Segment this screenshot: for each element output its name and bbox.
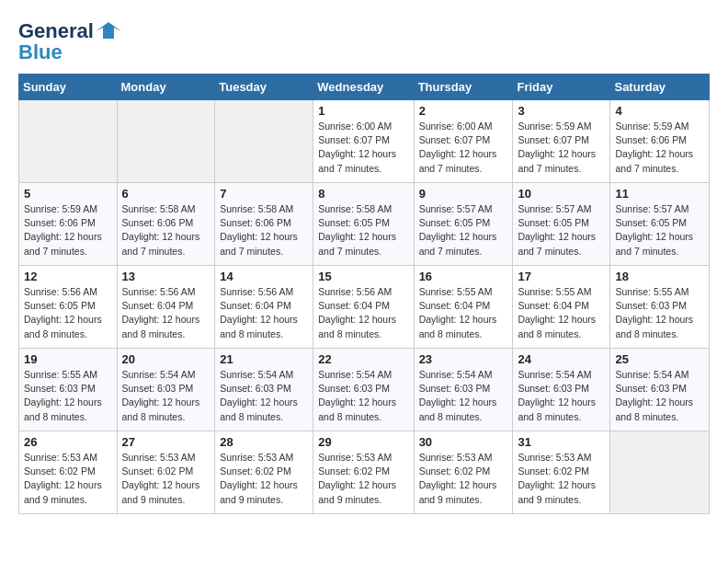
day-info: Sunrise: 5:57 AM Sunset: 6:05 PM Dayligh… [615,202,704,259]
day-info: Sunrise: 5:58 AM Sunset: 6:06 PM Dayligh… [220,202,308,259]
day-number: 24 [518,352,605,366]
day-number: 4 [615,104,704,118]
day-number: 9 [419,187,508,201]
day-number: 30 [419,435,508,449]
day-number: 11 [615,187,704,201]
weekday-header-row: SundayMondayTuesdayWednesdayThursdayFrid… [19,75,710,100]
logo-blue: Blue [18,40,63,64]
calendar-cell: 31Sunrise: 5:53 AM Sunset: 6:02 PM Dayli… [513,431,610,514]
day-number: 12 [24,270,112,283]
day-info: Sunrise: 5:54 AM Sunset: 6:03 PM Dayligh… [518,368,605,424]
day-number: 5 [24,187,112,201]
day-info: Sunrise: 5:56 AM Sunset: 6:04 PM Dayligh… [220,285,308,341]
day-info: Sunrise: 5:58 AM Sunset: 6:06 PM Dayligh… [122,202,210,259]
calendar-cell: 13Sunrise: 5:56 AM Sunset: 6:04 PM Dayli… [117,266,215,349]
page-header: General Blue [18,18,710,64]
weekday-monday: Monday [117,75,215,100]
day-number: 19 [24,352,112,366]
calendar-cell: 30Sunrise: 5:53 AM Sunset: 6:02 PM Dayli… [414,431,513,514]
calendar-cell [19,100,118,183]
calendar-cell: 12Sunrise: 5:56 AM Sunset: 6:05 PM Dayli… [19,266,118,349]
day-info: Sunrise: 5:54 AM Sunset: 6:03 PM Dayligh… [318,368,408,424]
calendar-cell: 4Sunrise: 5:59 AM Sunset: 6:06 PM Daylig… [610,100,710,183]
calendar-cell: 5Sunrise: 5:59 AM Sunset: 6:06 PM Daylig… [19,183,118,266]
day-number: 16 [419,270,508,283]
day-info: Sunrise: 6:00 AM Sunset: 6:07 PM Dayligh… [419,120,508,176]
day-number: 13 [122,270,210,283]
calendar-cell: 15Sunrise: 5:56 AM Sunset: 6:04 PM Dayli… [313,266,414,349]
day-number: 18 [615,270,704,283]
calendar-cell: 9Sunrise: 5:57 AM Sunset: 6:05 PM Daylig… [414,183,513,266]
weekday-friday: Friday [513,75,610,100]
calendar-week-1: 1Sunrise: 6:00 AM Sunset: 6:07 PM Daylig… [19,100,710,183]
day-info: Sunrise: 5:59 AM Sunset: 6:06 PM Dayligh… [615,120,704,176]
weekday-thursday: Thursday [414,75,513,100]
day-info: Sunrise: 5:56 AM Sunset: 6:05 PM Dayligh… [24,285,112,341]
day-number: 1 [318,104,408,118]
day-number: 26 [24,435,112,449]
day-number: 6 [122,187,210,201]
calendar-cell: 21Sunrise: 5:54 AM Sunset: 6:03 PM Dayli… [215,349,313,431]
day-info: Sunrise: 5:53 AM Sunset: 6:02 PM Dayligh… [220,451,308,507]
day-info: Sunrise: 5:56 AM Sunset: 6:04 PM Dayligh… [318,285,408,341]
weekday-tuesday: Tuesday [215,75,313,100]
calendar-cell: 11Sunrise: 5:57 AM Sunset: 6:05 PM Dayli… [610,183,710,266]
day-info: Sunrise: 5:59 AM Sunset: 6:06 PM Dayligh… [24,202,112,259]
calendar-week-4: 19Sunrise: 5:55 AM Sunset: 6:03 PM Dayli… [19,349,710,431]
calendar-cell: 25Sunrise: 5:54 AM Sunset: 6:03 PM Dayli… [610,349,710,431]
calendar-cell [215,100,313,183]
day-number: 28 [220,435,308,449]
calendar-cell: 16Sunrise: 5:55 AM Sunset: 6:04 PM Dayli… [414,266,513,349]
day-info: Sunrise: 5:56 AM Sunset: 6:04 PM Dayligh… [122,285,210,341]
day-number: 23 [419,352,508,366]
calendar-cell: 3Sunrise: 5:59 AM Sunset: 6:07 PM Daylig… [513,100,610,183]
calendar-cell: 23Sunrise: 5:54 AM Sunset: 6:03 PM Dayli… [414,349,513,431]
calendar-cell: 7Sunrise: 5:58 AM Sunset: 6:06 PM Daylig… [215,183,313,266]
weekday-sunday: Sunday [19,75,118,100]
calendar-cell: 22Sunrise: 5:54 AM Sunset: 6:03 PM Dayli… [313,349,414,431]
day-info: Sunrise: 5:59 AM Sunset: 6:07 PM Dayligh… [518,120,605,176]
day-number: 2 [419,104,508,118]
calendar-cell [117,100,215,183]
calendar-table: SundayMondayTuesdayWednesdayThursdayFrid… [18,74,710,514]
day-number: 27 [122,435,210,449]
day-info: Sunrise: 5:55 AM Sunset: 6:03 PM Dayligh… [24,368,112,424]
day-info: Sunrise: 5:53 AM Sunset: 6:02 PM Dayligh… [318,451,408,507]
day-number: 20 [122,352,210,366]
calendar-cell: 6Sunrise: 5:58 AM Sunset: 6:06 PM Daylig… [117,183,215,266]
day-number: 8 [318,187,408,201]
calendar-week-5: 26Sunrise: 5:53 AM Sunset: 6:02 PM Dayli… [19,431,710,514]
day-number: 21 [220,352,308,366]
day-info: Sunrise: 5:54 AM Sunset: 6:03 PM Dayligh… [122,368,210,424]
day-info: Sunrise: 5:58 AM Sunset: 6:05 PM Dayligh… [318,202,408,259]
day-info: Sunrise: 5:53 AM Sunset: 6:02 PM Dayligh… [419,451,508,507]
day-info: Sunrise: 5:57 AM Sunset: 6:05 PM Dayligh… [518,202,605,259]
day-info: Sunrise: 5:54 AM Sunset: 6:03 PM Dayligh… [615,368,704,424]
day-number: 31 [518,435,605,449]
day-number: 15 [318,270,408,283]
calendar-cell: 14Sunrise: 5:56 AM Sunset: 6:04 PM Dayli… [215,266,313,349]
calendar-cell: 26Sunrise: 5:53 AM Sunset: 6:02 PM Dayli… [19,431,118,514]
day-number: 7 [220,187,308,201]
calendar-cell [610,431,710,514]
calendar-cell: 19Sunrise: 5:55 AM Sunset: 6:03 PM Dayli… [19,349,118,431]
day-number: 17 [518,270,605,283]
day-info: Sunrise: 5:53 AM Sunset: 6:02 PM Dayligh… [122,451,210,507]
day-info: Sunrise: 5:53 AM Sunset: 6:02 PM Dayligh… [24,451,112,507]
day-info: Sunrise: 5:53 AM Sunset: 6:02 PM Dayligh… [518,451,605,507]
weekday-saturday: Saturday [610,75,710,100]
day-number: 10 [518,187,605,201]
calendar-cell: 27Sunrise: 5:53 AM Sunset: 6:02 PM Dayli… [117,431,215,514]
day-info: Sunrise: 6:00 AM Sunset: 6:07 PM Dayligh… [318,120,408,176]
day-info: Sunrise: 5:54 AM Sunset: 6:03 PM Dayligh… [419,368,508,424]
calendar-week-3: 12Sunrise: 5:56 AM Sunset: 6:05 PM Dayli… [19,266,710,349]
calendar-cell: 17Sunrise: 5:55 AM Sunset: 6:04 PM Dayli… [513,266,610,349]
day-number: 29 [318,435,408,449]
day-info: Sunrise: 5:55 AM Sunset: 6:03 PM Dayligh… [615,285,704,341]
calendar-cell: 2Sunrise: 6:00 AM Sunset: 6:07 PM Daylig… [414,100,513,183]
calendar-cell: 24Sunrise: 5:54 AM Sunset: 6:03 PM Dayli… [513,349,610,431]
calendar-cell: 28Sunrise: 5:53 AM Sunset: 6:02 PM Dayli… [215,431,313,514]
calendar-cell: 18Sunrise: 5:55 AM Sunset: 6:03 PM Dayli… [610,266,710,349]
calendar-cell: 10Sunrise: 5:57 AM Sunset: 6:05 PM Dayli… [513,183,610,266]
day-number: 3 [518,104,605,118]
